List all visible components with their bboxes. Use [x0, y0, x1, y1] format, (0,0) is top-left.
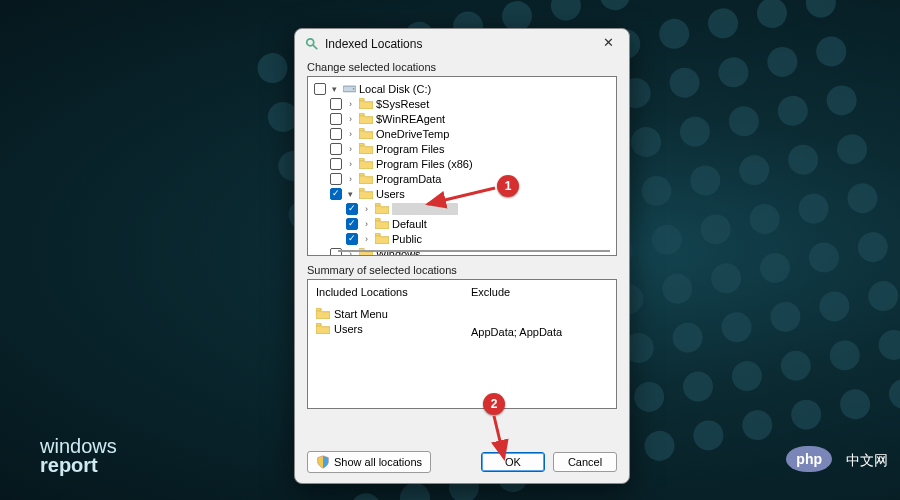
watermark-windowsreport: windowsreport	[40, 437, 117, 475]
tree-label: Program Files (x86)	[376, 158, 473, 170]
checkbox-icon[interactable]: ✓	[330, 188, 342, 200]
summary-label: Summary of selected locations	[307, 264, 617, 276]
chevron-down-icon[interactable]: ▾	[345, 188, 356, 199]
tree-label: Local Disk (C:)	[359, 83, 431, 95]
indexing-icon	[305, 37, 319, 51]
tree-scrollbar[interactable]	[338, 250, 610, 252]
svg-point-20	[656, 16, 692, 52]
tree-root-local-disk[interactable]: ▾ Local Disk (C:)	[310, 81, 614, 96]
svg-rect-135	[316, 308, 321, 311]
svg-point-57	[736, 152, 772, 188]
tree-item[interactable]: ✓›Public	[310, 231, 614, 246]
indexed-locations-dialog: Indexed Locations ✕ Change selected loca…	[294, 28, 630, 484]
chevron-right-icon[interactable]: ›	[345, 143, 356, 154]
checkbox-icon[interactable]: ✓	[346, 203, 358, 215]
exclude-header: Exclude	[471, 286, 608, 298]
checkbox-icon[interactable]	[330, 173, 342, 185]
svg-point-32	[667, 65, 703, 101]
exclude-text: AppData; AppData	[471, 326, 608, 338]
locations-tree[interactable]: ▾ Local Disk (C:) ›$SysReset›$WinREAgent…	[307, 76, 617, 256]
tree-label: Default	[392, 218, 427, 230]
svg-point-6	[548, 0, 584, 23]
cancel-button[interactable]: Cancel	[553, 452, 617, 472]
svg-point-56	[688, 163, 724, 199]
chevron-right-icon[interactable]: ›	[345, 128, 356, 139]
checkbox-icon[interactable]: ✓	[346, 218, 358, 230]
svg-point-34	[765, 44, 801, 80]
svg-point-55	[639, 173, 675, 209]
checkbox-icon[interactable]: ✓	[346, 233, 358, 245]
checkbox-icon[interactable]	[330, 158, 342, 170]
tree-item[interactable]: ›Program Files (x86)	[310, 156, 614, 171]
svg-point-116	[740, 407, 776, 443]
checkbox-icon[interactable]	[330, 128, 342, 140]
chevron-down-icon[interactable]: ▾	[329, 83, 340, 94]
checkbox-icon[interactable]	[330, 98, 342, 110]
svg-point-91	[670, 320, 706, 356]
svg-point-33	[716, 55, 752, 91]
svg-point-67	[649, 222, 685, 258]
tree-item[interactable]: ✓›Default	[310, 216, 614, 231]
svg-point-107	[876, 327, 900, 363]
ok-button[interactable]: OK	[481, 452, 545, 472]
svg-point-119	[886, 376, 900, 412]
svg-point-59	[834, 132, 870, 168]
svg-point-104	[729, 358, 765, 394]
svg-point-123	[353, 88, 355, 90]
svg-point-44	[677, 114, 713, 150]
svg-point-114	[642, 428, 678, 464]
checkbox-icon[interactable]	[330, 143, 342, 155]
chevron-right-icon[interactable]: ›	[361, 218, 372, 229]
svg-point-58	[785, 142, 821, 178]
tree-item[interactable]: ›OneDriveTemp	[310, 126, 614, 141]
svg-point-69	[747, 201, 783, 237]
chevron-right-icon[interactable]: ›	[361, 203, 372, 214]
svg-rect-136	[316, 323, 321, 326]
svg-point-95	[865, 278, 900, 314]
included-label: Users	[334, 323, 363, 335]
svg-point-82	[806, 240, 842, 276]
svg-point-21	[705, 6, 741, 42]
included-item[interactable]: Users	[316, 321, 453, 336]
included-header: Included Locations	[316, 286, 453, 298]
svg-point-120	[307, 39, 314, 46]
tree-item[interactable]: ✓›XXX	[310, 201, 614, 216]
svg-point-23	[803, 0, 839, 20]
svg-rect-131	[375, 203, 380, 206]
change-locations-group: Change selected locations ▾ Local Disk (…	[307, 61, 617, 256]
included-item[interactable]: Start Menu	[316, 306, 453, 321]
svg-point-46	[775, 93, 811, 129]
checkbox-icon[interactable]	[314, 83, 326, 95]
chevron-right-icon[interactable]: ›	[361, 233, 372, 244]
tree-item[interactable]: ✓▾Users	[310, 186, 614, 201]
svg-point-81	[757, 250, 793, 286]
tree-item[interactable]: ›$WinREAgent	[310, 111, 614, 126]
svg-rect-126	[359, 128, 364, 131]
show-all-label: Show all locations	[334, 456, 422, 468]
chevron-right-icon[interactable]: ›	[345, 158, 356, 169]
tree-label: $WinREAgent	[376, 113, 445, 125]
titlebar[interactable]: Indexed Locations ✕	[295, 29, 629, 57]
svg-line-121	[313, 45, 317, 49]
exclude-column: Exclude AppData; AppData	[471, 286, 608, 402]
tree-item[interactable]: ›ProgramData	[310, 171, 614, 186]
svg-point-117	[788, 397, 824, 433]
svg-point-93	[768, 299, 804, 335]
svg-point-70	[796, 191, 832, 227]
tree-item[interactable]: ›Program Files	[310, 141, 614, 156]
change-locations-label: Change selected locations	[307, 61, 617, 73]
svg-point-118	[837, 386, 873, 422]
close-button[interactable]: ✕	[595, 35, 621, 53]
svg-rect-125	[359, 113, 364, 116]
chevron-right-icon[interactable]: ›	[345, 98, 356, 109]
svg-point-22	[754, 0, 790, 31]
chevron-right-icon[interactable]: ›	[345, 173, 356, 184]
svg-rect-128	[359, 158, 364, 161]
svg-point-68	[698, 212, 734, 248]
svg-rect-130	[359, 188, 364, 191]
dialog-footer: Show all locations OK Cancel	[295, 445, 629, 483]
chevron-right-icon[interactable]: ›	[345, 113, 356, 124]
tree-item[interactable]: ›$SysReset	[310, 96, 614, 111]
checkbox-icon[interactable]	[330, 113, 342, 125]
show-all-locations-button[interactable]: Show all locations	[307, 451, 431, 473]
